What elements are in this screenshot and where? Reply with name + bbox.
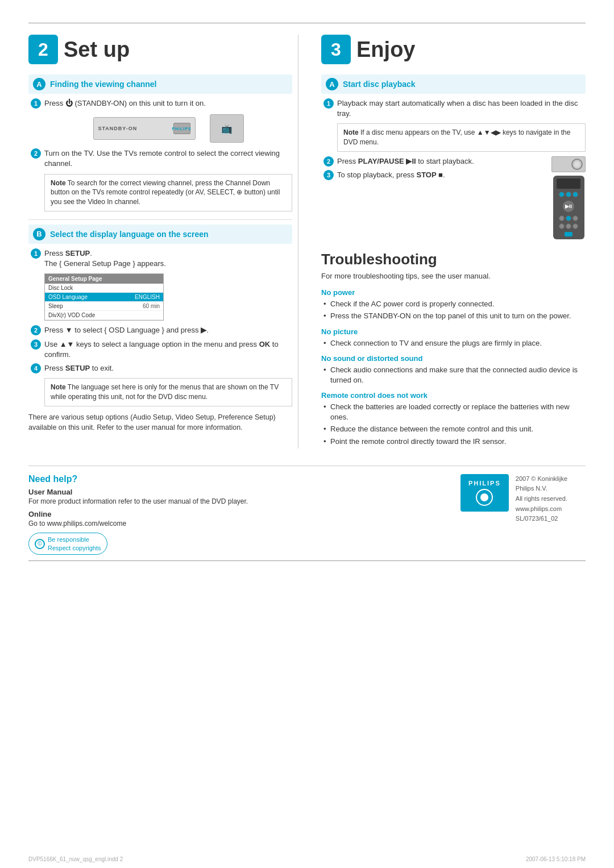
footer-left: DVP5166K_61_nuw_qsg_engl.indd 2 (28, 856, 123, 862)
step-text-3a-3: To stop playback, press STOP ■. (337, 170, 445, 180)
footer-info: DVP5166K_61_nuw_qsg_engl.indd 2 2007-06-… (0, 856, 614, 862)
remote-bullet-3: Point the remote control directly toward… (321, 437, 586, 447)
philips-logo-text: PHILIPS (468, 480, 501, 487)
remote-illus: ▶II (553, 176, 584, 239)
remote-no-work-title: Remote control does not work (321, 391, 586, 400)
note-3a: Note If a disc menu appears on the TV, u… (337, 123, 586, 152)
copyright-rights: All rights reserved. (516, 494, 586, 504)
step-3a-2: 2 Press PLAY/PAUSE ▶II to start playback… (321, 156, 546, 167)
user-manual-text: For more product information refer to th… (28, 497, 443, 506)
bottom-section: Need help? User Manual For more product … (28, 466, 586, 555)
responsible-line2: Respect copyrights (48, 544, 101, 552)
note-label-2a: Note (51, 179, 66, 187)
step-num-3a-1: 1 (323, 98, 334, 109)
setup-row-sleep: Sleep60 min (45, 302, 163, 311)
setup-page-illustration: General Setup Page Disc Lock OSD Languag… (44, 273, 164, 321)
user-manual-label: User Manual (28, 488, 443, 496)
note-label-2b: Note (51, 383, 66, 391)
note-text-2a: To search for the correct viewing channe… (51, 179, 280, 206)
step-text-2a-1: Press ⏻ (STANDBY-ON) on this unit to tur… (44, 98, 206, 109)
step-2b-2: 2 Press ▼ to select { OSD Language } and… (28, 325, 292, 335)
step-2a-2: 2 Turn on the TV. Use the TVs remote con… (28, 148, 292, 169)
step-text-2a-2: Turn on the TV. Use the TVs remote contr… (44, 148, 292, 169)
no-sound-title: No sound or distorted sound (321, 354, 586, 363)
extra-setup-text: There are various setup options (Audio S… (28, 412, 292, 434)
step-num-2b-2: 2 (31, 325, 41, 335)
subsection-b-label: B (33, 228, 45, 240)
troubleshooting-intro: For more troubleshooting tips, see the u… (321, 271, 586, 281)
copyright-year: 2007 © Koninklijke Philips N.V. (516, 474, 586, 494)
no-picture-section: No picture Check connection to TV and en… (321, 327, 586, 348)
subsection-a-label: A (33, 78, 45, 90)
footer-right: 2007-06-13 5:10:18 PM (526, 856, 586, 862)
note-2b: Note The language set here is only for t… (44, 378, 292, 406)
step-num-2b-3: 3 (31, 339, 41, 350)
setup-row-osd-language: OSD LanguageENGLISH (45, 293, 163, 302)
standby-label-text: STANDBY-ON (98, 126, 138, 131)
copyright-code: SL/0723/61_02 (516, 514, 586, 524)
troubleshooting-title: Troubleshooting (321, 251, 586, 268)
step-text-3a-1: Playback may start automatically when a … (337, 98, 586, 119)
section2-header: 2 Set up (28, 35, 292, 64)
setup-row-divx: DivX(r) VOD Code (45, 311, 163, 320)
tv-device: 📺 (210, 114, 244, 143)
responsible-icon: © (35, 539, 45, 549)
step-2b-4: 4 Press SETUP to exit. (28, 363, 292, 373)
subsection-a-title: Finding the viewing channel (50, 80, 156, 89)
philips-right-content: PHILIPS 2007 © Koninklijke Philips N.V. … (460, 474, 586, 524)
copyright-box: 2007 © Koninklijke Philips N.V. All righ… (516, 474, 586, 524)
subsection-b-title: Select the display language on the scree… (50, 230, 209, 239)
no-picture-bullet-1: Check connection to TV and ensure the pl… (321, 338, 586, 348)
step-num-3a-3: 3 (323, 170, 334, 180)
step-text-2b-1: Press SETUP.The { General Setup Page } a… (44, 248, 166, 269)
section2-title: Set up (64, 38, 130, 62)
note-text-2b: The language set here is only for the me… (51, 383, 279, 401)
setup-page-header: General Setup Page (45, 274, 163, 284)
note-2a: Note To search for the correct viewing c… (44, 174, 292, 211)
remote-no-work-section: Remote control does not work Check the b… (321, 391, 586, 447)
note-text-3a: If a disc menu appears on the TV, use ▲▼… (343, 128, 570, 146)
step-text-3a-2: Press PLAY/PAUSE ▶II to start playback. (337, 156, 474, 167)
no-power-title: No power (321, 288, 586, 297)
step-3a-1: 1 Playback may start automatically when … (321, 98, 586, 119)
step-num-2b-4: 4 (31, 363, 41, 373)
troubleshooting-section: Troubleshooting For more troubleshooting… (321, 251, 586, 447)
subsection-3a-header: A Start disc playback (321, 74, 586, 94)
philips-logo: PHILIPS (460, 474, 509, 512)
step-num-2b-1: 1 (31, 248, 41, 259)
step-text-2b-2: Press ▼ to select { OSD Language } and p… (44, 325, 209, 335)
need-help-title: Need help? (28, 474, 443, 484)
subsection-b-header: B Select the display language on the scr… (28, 225, 292, 244)
no-sound-section: No sound or distorted sound Check audio … (321, 354, 586, 385)
remote-bullet-1: Check the batteries are loaded correctly… (321, 402, 586, 422)
no-picture-title: No picture (321, 327, 586, 336)
step-num-2a-2: 2 (31, 148, 41, 159)
no-power-section: No power Check if the AC power cord is p… (321, 288, 586, 321)
subsection-3a-label: A (326, 78, 338, 90)
section3-number: 3 (321, 35, 351, 64)
subsection-a-header: A Finding the viewing channel (28, 74, 292, 94)
step-2a-1: 1 Press ⏻ (STANDBY-ON) on this unit to t… (28, 98, 292, 109)
standby-illustration: STANDBY-ON PHILIPS 📺 (44, 114, 292, 143)
step-text-2b-3: Use ▲▼ keys to select a language option … (44, 339, 292, 360)
playback-steps-area: 2 Press PLAY/PAUSE ▶II to start playback… (321, 156, 586, 239)
device-illustrations: ▶II (551, 156, 586, 239)
step-2b-1: 1 Press SETUP.The { General Setup Page }… (28, 248, 292, 269)
need-help-area: Need help? User Manual For more product … (28, 474, 443, 555)
no-sound-bullet-1: Check audio connections and make sure th… (321, 365, 586, 385)
step-3a-3: 3 To stop playback, press STOP ■. (321, 170, 546, 180)
section2-number: 2 (28, 35, 58, 64)
no-power-bullet-1: Check if the AC power cord is properly c… (321, 299, 586, 309)
section3-header: 3 Enjoy (321, 35, 586, 64)
online-label: Online (28, 510, 443, 518)
section3-title: Enjoy (356, 38, 415, 62)
step-2b-3: 3 Use ▲▼ keys to select a language optio… (28, 339, 292, 360)
responsible-line1: Be responsible (48, 535, 101, 543)
remote-bullet-2: Reduce the distance between the remote c… (321, 424, 586, 434)
step-text-2b-4: Press SETUP to exit. (44, 363, 114, 373)
setup-row-disc-lock: Disc Lock (45, 284, 163, 293)
step-num-2a-1: 1 (31, 98, 41, 109)
philips-copyright-area: PHILIPS 2007 © Koninklijke Philips N.V. … (460, 474, 586, 555)
disc-tray-illus (551, 156, 586, 172)
copyright-url: www.philips.com (516, 504, 586, 514)
